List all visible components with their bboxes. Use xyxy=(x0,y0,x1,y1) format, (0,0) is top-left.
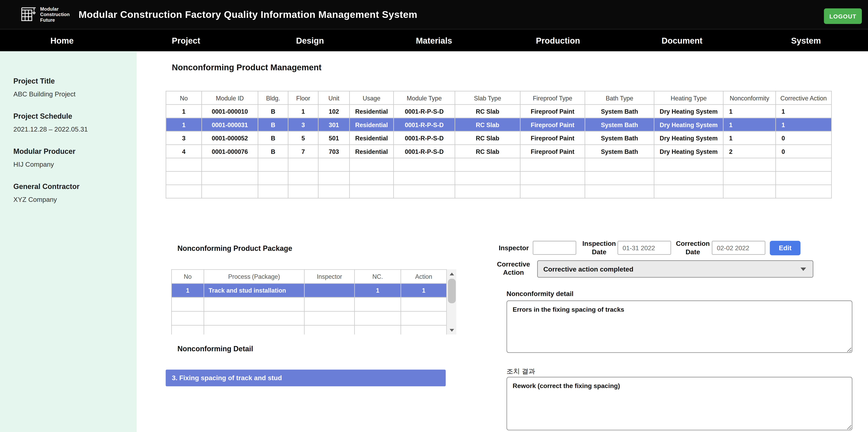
cell[interactable]: B xyxy=(258,131,288,145)
cell[interactable]: 5 xyxy=(288,131,318,145)
cell[interactable]: 1 xyxy=(166,118,202,131)
sidebar-project-schedule-value: 2021.12.28 – 2022.05.31 xyxy=(13,126,123,133)
logo-line-2: Construction xyxy=(40,12,70,17)
empty-cell xyxy=(304,311,354,325)
cell[interactable]: Residential xyxy=(349,144,394,158)
cell[interactable]: 3 xyxy=(166,131,202,145)
cell[interactable]: 0001-000031 xyxy=(202,118,258,131)
empty-cell xyxy=(172,311,204,325)
cell[interactable]: B xyxy=(258,104,288,118)
cell[interactable]: Dry Heating System xyxy=(654,144,723,158)
cell[interactable]: 0001-R-P-S-D xyxy=(394,118,455,131)
cell[interactable]: 102 xyxy=(318,104,349,118)
cell[interactable]: 1 xyxy=(776,104,832,118)
cell[interactable]: Fireproof Paint xyxy=(520,144,585,158)
cell[interactable]: Residential xyxy=(349,131,394,145)
cell[interactable]: 703 xyxy=(318,144,349,158)
cell[interactable]: 501 xyxy=(318,131,349,145)
cell[interactable]: 1 xyxy=(401,284,446,297)
cell[interactable]: 3 xyxy=(288,118,318,131)
empty-cell xyxy=(172,297,204,311)
table-row[interactable]: 4 0001-000076 B 7 703 Residential 0001-R… xyxy=(166,144,831,158)
cell[interactable]: System Bath xyxy=(585,144,654,158)
cell[interactable]: 0001-000052 xyxy=(202,131,258,145)
cell[interactable]: 2 xyxy=(723,144,776,158)
nav-item-document[interactable]: Document xyxy=(620,30,744,51)
cell[interactable]: System Bath xyxy=(585,118,654,131)
inspection-date-input[interactable] xyxy=(618,241,671,255)
cell[interactable]: 0001-000076 xyxy=(202,144,258,158)
cell[interactable]: 7 xyxy=(288,144,318,158)
column-header: Unit xyxy=(318,91,349,105)
nav-item-project[interactable]: Project xyxy=(124,30,248,51)
cell[interactable]: Track and stud installation xyxy=(204,284,305,297)
cell[interactable]: 0001-R-P-S-D xyxy=(394,104,455,118)
cell[interactable]: Fireproof Paint xyxy=(520,131,585,145)
cell[interactable]: 0001-R-P-S-D xyxy=(394,131,455,145)
cell[interactable]: Fireproof Paint xyxy=(520,104,585,118)
cell[interactable]: 1 xyxy=(723,118,776,131)
column-header: Inspector xyxy=(304,269,354,284)
scroll-up-icon[interactable] xyxy=(447,269,456,278)
empty-cell xyxy=(520,158,585,171)
nav-item-design[interactable]: Design xyxy=(248,30,372,51)
package-table-scrollbar[interactable] xyxy=(447,269,456,335)
scrollbar-thumb[interactable] xyxy=(448,279,456,303)
cell[interactable]: RC Slab xyxy=(455,104,520,118)
cell[interactable] xyxy=(304,284,354,297)
cell[interactable]: RC Slab xyxy=(455,118,520,131)
cell[interactable]: 0 xyxy=(776,144,832,158)
cell[interactable]: System Bath xyxy=(585,104,654,118)
cell[interactable]: RC Slab xyxy=(455,144,520,158)
detail-item-selected[interactable]: 3. Fixing spacing of track and stud xyxy=(165,369,445,386)
empty-table-row xyxy=(172,311,446,325)
cell[interactable]: Dry Heating System xyxy=(654,118,723,131)
scroll-down-icon[interactable] xyxy=(447,326,456,334)
cell[interactable]: 1 xyxy=(723,131,776,145)
cell[interactable]: 301 xyxy=(318,118,349,131)
action-result-textarea[interactable]: Rework (correct the fixing spacing) xyxy=(506,377,852,430)
column-header: No xyxy=(166,91,202,105)
cell[interactable]: 4 xyxy=(166,144,202,158)
edit-button[interactable]: Edit xyxy=(770,241,801,255)
corrective-action-selected-value: Corrective action completed xyxy=(538,265,633,273)
cell[interactable]: 1 xyxy=(166,104,202,118)
cell[interactable]: 0 xyxy=(776,131,832,145)
inspector-label: Inspector xyxy=(492,244,529,252)
cell[interactable]: 0001-R-P-S-D xyxy=(394,144,455,158)
cell[interactable]: 1 xyxy=(172,284,204,297)
nav-item-system[interactable]: System xyxy=(744,30,868,51)
table-row-selected[interactable]: 1 0001-000031 B 3 301 Residential 0001-R… xyxy=(166,118,831,131)
logout-button[interactable]: LOGOUT xyxy=(824,8,862,24)
package-row-selected[interactable]: 1 Track and stud installation 1 1 xyxy=(172,284,446,297)
cell[interactable]: 1 xyxy=(723,104,776,118)
cell[interactable]: 0001-000010 xyxy=(202,104,258,118)
cell[interactable]: Dry Heating System xyxy=(654,104,723,118)
cell[interactable]: 1 xyxy=(776,118,832,131)
empty-cell xyxy=(166,158,202,171)
correction-date-input[interactable] xyxy=(712,241,765,255)
cell[interactable]: 1 xyxy=(288,104,318,118)
sidebar-general-contractor-value: XYZ Company xyxy=(13,196,123,203)
nonconformity-detail-textarea[interactable]: Errors in the fixing spacing of tracks xyxy=(506,300,852,353)
cell[interactable]: B xyxy=(258,118,288,131)
cell[interactable]: B xyxy=(258,144,288,158)
nav-item-home[interactable]: Home xyxy=(0,30,124,51)
nav-item-production[interactable]: Production xyxy=(496,30,620,51)
inspector-input[interactable] xyxy=(533,241,577,255)
cell[interactable]: 1 xyxy=(354,284,401,297)
cell[interactable]: Residential xyxy=(349,104,394,118)
cell[interactable]: Fireproof Paint xyxy=(520,118,585,131)
cell[interactable]: Residential xyxy=(349,118,394,131)
table-row[interactable]: 1 0001-000010 B 1 102 Residential 0001-R… xyxy=(166,104,831,118)
column-header: No xyxy=(172,269,204,284)
logo: Modular Construction Future xyxy=(20,4,70,25)
table-row[interactable]: 3 0001-000052 B 5 501 Residential 0001-R… xyxy=(166,131,831,145)
cell[interactable]: System Bath xyxy=(585,131,654,145)
package-table-header-row: No Process (Package) Inspector NC. Actio… xyxy=(172,269,446,284)
corrective-action-select[interactable]: Corrective action completed xyxy=(537,260,813,277)
nav-item-materials[interactable]: Materials xyxy=(372,30,496,51)
cell[interactable]: RC Slab xyxy=(455,131,520,145)
cell[interactable]: Dry Heating System xyxy=(654,131,723,145)
empty-cell xyxy=(318,158,349,171)
